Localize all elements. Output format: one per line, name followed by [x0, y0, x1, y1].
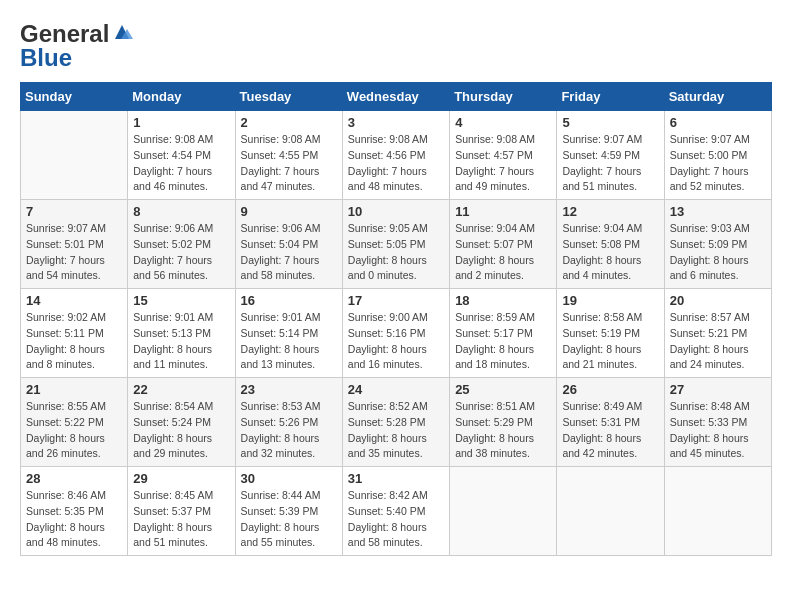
- daylight-text: Daylight: 7 hours and 52 minutes.: [670, 165, 749, 193]
- sunrise-text: Sunrise: 8:44 AM: [241, 489, 321, 501]
- sunset-text: Sunset: 5:39 PM: [241, 505, 319, 517]
- calendar-cell: 26Sunrise: 8:49 AMSunset: 5:31 PMDayligh…: [557, 378, 664, 467]
- daylight-text: Daylight: 8 hours and 4 minutes.: [562, 254, 641, 282]
- sunset-text: Sunset: 5:14 PM: [241, 327, 319, 339]
- sunset-text: Sunset: 5:04 PM: [241, 238, 319, 250]
- sunrise-text: Sunrise: 8:54 AM: [133, 400, 213, 412]
- sunrise-text: Sunrise: 8:46 AM: [26, 489, 106, 501]
- sunset-text: Sunset: 5:40 PM: [348, 505, 426, 517]
- day-number: 5: [562, 115, 658, 130]
- day-number: 13: [670, 204, 766, 219]
- sunrise-text: Sunrise: 8:45 AM: [133, 489, 213, 501]
- daylight-text: Daylight: 7 hours and 49 minutes.: [455, 165, 534, 193]
- sunrise-text: Sunrise: 9:07 AM: [562, 133, 642, 145]
- day-number: 4: [455, 115, 551, 130]
- weekday-header: Thursday: [450, 83, 557, 111]
- calendar-cell: 8Sunrise: 9:06 AMSunset: 5:02 PMDaylight…: [128, 200, 235, 289]
- calendar-cell: 27Sunrise: 8:48 AMSunset: 5:33 PMDayligh…: [664, 378, 771, 467]
- calendar-cell: 3Sunrise: 9:08 AMSunset: 4:56 PMDaylight…: [342, 111, 449, 200]
- day-info: Sunrise: 9:08 AMSunset: 4:56 PMDaylight:…: [348, 132, 444, 195]
- calendar-cell: 20Sunrise: 8:57 AMSunset: 5:21 PMDayligh…: [664, 289, 771, 378]
- weekday-header: Wednesday: [342, 83, 449, 111]
- day-info: Sunrise: 8:55 AMSunset: 5:22 PMDaylight:…: [26, 399, 122, 462]
- day-info: Sunrise: 9:00 AMSunset: 5:16 PMDaylight:…: [348, 310, 444, 373]
- daylight-text: Daylight: 8 hours and 48 minutes.: [26, 521, 105, 549]
- calendar-cell: 21Sunrise: 8:55 AMSunset: 5:22 PMDayligh…: [21, 378, 128, 467]
- daylight-text: Daylight: 8 hours and 55 minutes.: [241, 521, 320, 549]
- sunset-text: Sunset: 5:05 PM: [348, 238, 426, 250]
- calendar-cell: 31Sunrise: 8:42 AMSunset: 5:40 PMDayligh…: [342, 467, 449, 556]
- day-info: Sunrise: 9:01 AMSunset: 5:13 PMDaylight:…: [133, 310, 229, 373]
- daylight-text: Daylight: 8 hours and 16 minutes.: [348, 343, 427, 371]
- sunset-text: Sunset: 5:33 PM: [670, 416, 748, 428]
- day-number: 2: [241, 115, 337, 130]
- sunset-text: Sunset: 5:07 PM: [455, 238, 533, 250]
- day-number: 3: [348, 115, 444, 130]
- daylight-text: Daylight: 8 hours and 13 minutes.: [241, 343, 320, 371]
- sunset-text: Sunset: 5:00 PM: [670, 149, 748, 161]
- day-info: Sunrise: 8:58 AMSunset: 5:19 PMDaylight:…: [562, 310, 658, 373]
- day-info: Sunrise: 8:44 AMSunset: 5:39 PMDaylight:…: [241, 488, 337, 551]
- day-number: 6: [670, 115, 766, 130]
- calendar-header-row: SundayMondayTuesdayWednesdayThursdayFrid…: [21, 83, 772, 111]
- day-number: 16: [241, 293, 337, 308]
- daylight-text: Daylight: 7 hours and 56 minutes.: [133, 254, 212, 282]
- calendar-cell: 10Sunrise: 9:05 AMSunset: 5:05 PMDayligh…: [342, 200, 449, 289]
- calendar-cell: 9Sunrise: 9:06 AMSunset: 5:04 PMDaylight…: [235, 200, 342, 289]
- calendar-table: SundayMondayTuesdayWednesdayThursdayFrid…: [20, 82, 772, 556]
- sunrise-text: Sunrise: 9:08 AM: [348, 133, 428, 145]
- sunrise-text: Sunrise: 8:59 AM: [455, 311, 535, 323]
- calendar-week-row: 28Sunrise: 8:46 AMSunset: 5:35 PMDayligh…: [21, 467, 772, 556]
- calendar-week-row: 21Sunrise: 8:55 AMSunset: 5:22 PMDayligh…: [21, 378, 772, 467]
- sunset-text: Sunset: 5:11 PM: [26, 327, 104, 339]
- day-number: 10: [348, 204, 444, 219]
- page-header: General Blue: [20, 20, 772, 72]
- sunrise-text: Sunrise: 8:52 AM: [348, 400, 428, 412]
- calendar-cell: 17Sunrise: 9:00 AMSunset: 5:16 PMDayligh…: [342, 289, 449, 378]
- sunrise-text: Sunrise: 9:06 AM: [241, 222, 321, 234]
- daylight-text: Daylight: 8 hours and 0 minutes.: [348, 254, 427, 282]
- sunset-text: Sunset: 5:28 PM: [348, 416, 426, 428]
- day-info: Sunrise: 9:06 AMSunset: 5:02 PMDaylight:…: [133, 221, 229, 284]
- sunrise-text: Sunrise: 8:42 AM: [348, 489, 428, 501]
- weekday-header: Sunday: [21, 83, 128, 111]
- day-info: Sunrise: 8:42 AMSunset: 5:40 PMDaylight:…: [348, 488, 444, 551]
- sunset-text: Sunset: 5:26 PM: [241, 416, 319, 428]
- sunrise-text: Sunrise: 9:01 AM: [241, 311, 321, 323]
- day-info: Sunrise: 9:05 AMSunset: 5:05 PMDaylight:…: [348, 221, 444, 284]
- daylight-text: Daylight: 8 hours and 11 minutes.: [133, 343, 212, 371]
- sunrise-text: Sunrise: 9:08 AM: [241, 133, 321, 145]
- day-number: 22: [133, 382, 229, 397]
- day-info: Sunrise: 9:03 AMSunset: 5:09 PMDaylight:…: [670, 221, 766, 284]
- sunset-text: Sunset: 5:08 PM: [562, 238, 640, 250]
- sunset-text: Sunset: 4:59 PM: [562, 149, 640, 161]
- daylight-text: Daylight: 8 hours and 21 minutes.: [562, 343, 641, 371]
- sunrise-text: Sunrise: 9:01 AM: [133, 311, 213, 323]
- sunrise-text: Sunrise: 9:07 AM: [26, 222, 106, 234]
- calendar-week-row: 7Sunrise: 9:07 AMSunset: 5:01 PMDaylight…: [21, 200, 772, 289]
- daylight-text: Daylight: 7 hours and 47 minutes.: [241, 165, 320, 193]
- sunrise-text: Sunrise: 9:04 AM: [455, 222, 535, 234]
- calendar-cell: 19Sunrise: 8:58 AMSunset: 5:19 PMDayligh…: [557, 289, 664, 378]
- day-number: 17: [348, 293, 444, 308]
- sunset-text: Sunset: 5:17 PM: [455, 327, 533, 339]
- sunrise-text: Sunrise: 9:07 AM: [670, 133, 750, 145]
- daylight-text: Daylight: 8 hours and 2 minutes.: [455, 254, 534, 282]
- calendar-cell: 4Sunrise: 9:08 AMSunset: 4:57 PMDaylight…: [450, 111, 557, 200]
- day-number: 27: [670, 382, 766, 397]
- day-number: 29: [133, 471, 229, 486]
- day-info: Sunrise: 9:06 AMSunset: 5:04 PMDaylight:…: [241, 221, 337, 284]
- sunset-text: Sunset: 5:22 PM: [26, 416, 104, 428]
- daylight-text: Daylight: 8 hours and 6 minutes.: [670, 254, 749, 282]
- daylight-text: Daylight: 8 hours and 38 minutes.: [455, 432, 534, 460]
- calendar-cell: 24Sunrise: 8:52 AMSunset: 5:28 PMDayligh…: [342, 378, 449, 467]
- day-number: 30: [241, 471, 337, 486]
- sunset-text: Sunset: 4:55 PM: [241, 149, 319, 161]
- day-info: Sunrise: 9:01 AMSunset: 5:14 PMDaylight:…: [241, 310, 337, 373]
- day-info: Sunrise: 8:53 AMSunset: 5:26 PMDaylight:…: [241, 399, 337, 462]
- sunrise-text: Sunrise: 8:48 AM: [670, 400, 750, 412]
- daylight-text: Daylight: 8 hours and 8 minutes.: [26, 343, 105, 371]
- sunset-text: Sunset: 5:13 PM: [133, 327, 211, 339]
- day-number: 15: [133, 293, 229, 308]
- sunset-text: Sunset: 5:16 PM: [348, 327, 426, 339]
